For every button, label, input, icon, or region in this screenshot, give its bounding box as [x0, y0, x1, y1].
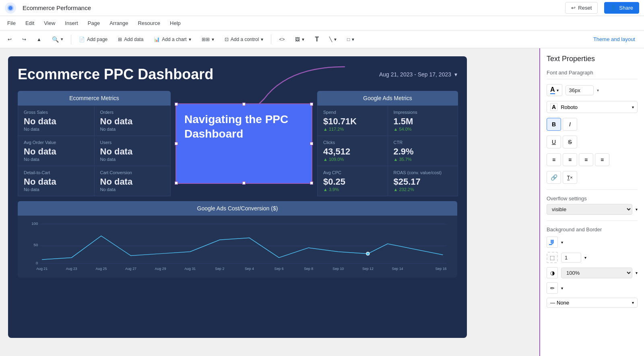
date-dropdown-icon[interactable]: ▾ [454, 71, 457, 78]
bold-button[interactable]: B [547, 118, 561, 131]
nav-box-container: Navigating the PPC Dashboard [175, 91, 312, 196]
menu-view[interactable]: View [40, 19, 59, 28]
add-control-button[interactable]: ⊡ Add a control ▾ [220, 34, 268, 45]
menu-file[interactable]: File [3, 19, 20, 28]
dashboard-title: Ecommerce PPC Dashboard [18, 66, 213, 83]
fill-color-button[interactable] [547, 237, 558, 248]
date-range: Aug 21, 2023 - Sep 17, 2023 ▾ [379, 71, 457, 78]
chart-section: Google Ads Cost/Conversion ($) 100 50 0 [18, 201, 457, 278]
line-button[interactable]: ╲ ▾ [325, 34, 341, 45]
resize-handle-br[interactable] [310, 181, 313, 185]
add-chart-button[interactable]: 📊 Add a chart ▾ [149, 34, 195, 45]
resize-handle-tl[interactable] [175, 103, 178, 106]
resize-handle-tm[interactable] [242, 103, 246, 106]
image-button[interactable]: 🖼 ▾ [291, 34, 309, 45]
redo-button[interactable]: ↪ [18, 34, 31, 45]
theme-layout-button[interactable]: Theme and layout [588, 34, 641, 45]
svg-text:Aug 23: Aug 23 [66, 267, 77, 271]
resize-handle-ml[interactable] [175, 142, 178, 145]
app-logo-icon [6, 4, 14, 12]
menu-resource[interactable]: Resource [134, 19, 164, 28]
fill-dropdown-icon[interactable]: ▾ [561, 240, 563, 245]
svg-text:Sep 16: Sep 16 [435, 267, 446, 271]
chart-header: Google Ads Cost/Conversion ($) [18, 201, 457, 216]
svg-text:Sep 14: Sep 14 [392, 267, 403, 271]
svg-text:Aug 27: Aug 27 [125, 267, 136, 271]
canvas-area[interactable]: Ecommerce PPC Dashboard Aug 21, 2023 - S… [0, 48, 539, 356]
share-icon: 👤 [610, 5, 617, 11]
dashboard: Ecommerce PPC Dashboard Aug 21, 2023 - S… [8, 56, 467, 338]
menu-arrange[interactable]: Arrange [105, 19, 132, 28]
ecommerce-metrics-grid: Gross Sales No data No data Orders No da… [18, 105, 171, 196]
shadow-icon[interactable]: ✏ [547, 282, 558, 294]
google-ads-metrics-panel: Google Ads Metrics Spend $10.71K ▲ 117.2… [317, 91, 458, 196]
font-case-selector[interactable]: A ▾ [547, 84, 562, 96]
menu-page[interactable]: Page [84, 19, 104, 28]
metric-detail-to-cart: Detail-to-Cart No data No data [18, 166, 94, 196]
border-width-input[interactable] [561, 253, 581, 263]
align-right-button[interactable]: ≡ [579, 153, 593, 166]
resize-handle-bl[interactable] [175, 181, 178, 185]
svg-text:Sep 10: Sep 10 [332, 267, 344, 271]
nav-text-box[interactable]: Navigating the PPC Dashboard [175, 103, 312, 184]
font-paragraph-label: Font and Paragraph [547, 70, 638, 79]
bg-border-label: Background and Border [547, 226, 638, 233]
menu-bar: File Edit View Insert Page Arrange Resou… [0, 16, 644, 31]
menu-insert[interactable]: Insert [61, 19, 82, 28]
metric-users: Users No data No data [95, 136, 171, 166]
undo-button[interactable]: ↩ [3, 34, 16, 45]
add-data-icon: ⊞ [118, 37, 122, 42]
border-icon: ⬚ [547, 252, 558, 263]
pointer-button[interactable]: ▲ [32, 34, 46, 45]
resize-handle-bm[interactable] [242, 181, 246, 185]
svg-text:Sep 4: Sep 4 [245, 267, 254, 271]
font-family-selector[interactable]: A Roboto ▾ [547, 101, 638, 113]
reset-button[interactable]: ↩ Reset [565, 2, 598, 14]
scorecard-icon: ⊞⊞ [202, 37, 210, 42]
menu-help[interactable]: Help [166, 19, 185, 28]
font-family-label: Roboto [561, 104, 578, 110]
toolbar-separator-1 [71, 35, 71, 44]
align-left-button[interactable]: ≡ [547, 153, 561, 166]
overflow-select[interactable]: visible hidden clip [547, 204, 632, 215]
menu-edit[interactable]: Edit [21, 19, 38, 28]
resize-handle-mr[interactable] [310, 142, 313, 145]
add-page-button[interactable]: 📄 Add page [74, 34, 112, 45]
align-justify-button[interactable]: ≡ [595, 153, 609, 166]
svg-text:50: 50 [33, 243, 38, 247]
resize-handle-tr[interactable] [310, 103, 313, 106]
gmetric-impressions: Impressions 1.5M ▲ 54.0% [388, 106, 458, 136]
add-data-button[interactable]: ⊞ Add data [114, 34, 148, 45]
strikethrough-button[interactable]: S [563, 136, 577, 148]
svg-text:Aug 21: Aug 21 [36, 267, 47, 271]
metric-gross-sales: Gross Sales No data No data [18, 106, 94, 136]
ecommerce-metrics-header: Ecommerce Metrics [18, 91, 171, 105]
opacity-select[interactable]: 100% 75% 50% 25% [561, 268, 632, 278]
font-size-dropdown-icon[interactable]: ▾ [597, 88, 599, 93]
align-center-button[interactable]: ≡ [563, 153, 577, 166]
font-size-input[interactable] [566, 85, 594, 95]
zoom-button[interactable]: 🔍 ▾ [47, 34, 68, 45]
underline-strikethrough-row: U S [547, 136, 638, 148]
metrics-row: Ecommerce Metrics Gross Sales No data No… [18, 91, 457, 196]
shape-button[interactable]: □ ▾ [343, 34, 359, 45]
underline-button[interactable]: U [547, 136, 561, 148]
panel-divider-2 [547, 220, 638, 221]
share-button[interactable]: 👤 Share [604, 2, 639, 14]
shadow-dropdown-icon[interactable]: ▾ [561, 286, 563, 290]
clear-format-button[interactable]: T̲× [563, 171, 577, 184]
overflow-row: visible hidden clip ▾ [547, 204, 638, 215]
italic-button[interactable]: I [563, 118, 577, 131]
text-button[interactable]: T [310, 33, 323, 45]
border-style-selector[interactable]: — None ▾ [547, 298, 638, 308]
gmetric-avg-cpc: Avg CPC $0.25 ▲ 3.9% [318, 166, 388, 196]
svg-text:Sep 12: Sep 12 [362, 267, 374, 271]
border-width-row: ⬚ ▾ [547, 252, 638, 263]
link-button[interactable]: 🔗 [547, 171, 561, 184]
opacity-icon: ◑ [547, 267, 558, 278]
shadow-row: ✏ ▾ [547, 282, 638, 294]
add-scorecard-button[interactable]: ⊞⊞ ▾ [197, 34, 219, 45]
code-button[interactable]: <> [275, 34, 289, 45]
add-chart-icon: 📊 [154, 37, 160, 42]
font-family-row: A Roboto ▾ [547, 101, 638, 113]
